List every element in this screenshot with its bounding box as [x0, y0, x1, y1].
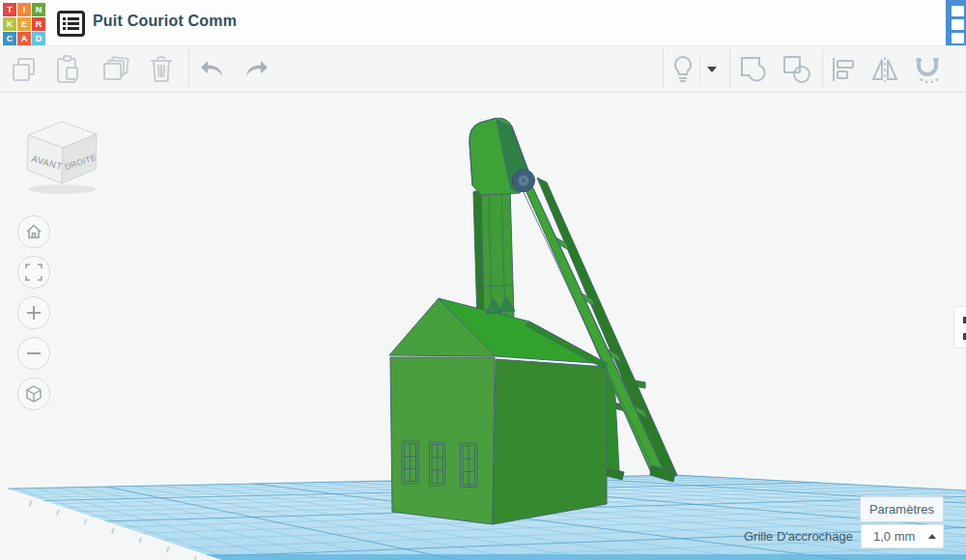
tinkercad-logo[interactable]: T I N K E R C A D	[3, 3, 47, 45]
snap-grid-value: 1,0 mm	[873, 529, 915, 544]
window	[461, 443, 478, 488]
logo-tile: R	[32, 17, 45, 31]
caret-up-icon	[928, 534, 936, 539]
panel-square	[952, 6, 964, 16]
redo-icon[interactable]	[240, 53, 272, 86]
align-icon[interactable]	[827, 53, 860, 86]
logo-tile: I	[17, 3, 31, 16]
viewcube-shadow	[28, 184, 96, 194]
group-icon[interactable]	[737, 53, 770, 86]
view-cube[interactable]: AVANT DROITE	[15, 108, 108, 201]
panel-square	[952, 33, 964, 43]
logo-tile: A	[17, 32, 31, 45]
lightbulb-icon[interactable]	[667, 53, 699, 86]
toolbar-separator	[699, 54, 700, 83]
shapes-panel-collapsed[interactable]	[946, 0, 966, 45]
sheave-wheel	[513, 170, 535, 192]
view-controls	[17, 215, 50, 410]
toolbar-separator	[729, 49, 730, 88]
window	[430, 442, 446, 486]
main-toolbar	[0, 46, 966, 93]
fit-view-icon[interactable]	[17, 256, 50, 289]
copy-icon[interactable]	[8, 53, 41, 86]
ungroup-icon[interactable]	[781, 53, 813, 86]
undo-icon[interactable]	[196, 53, 229, 86]
duplicate-icon[interactable]	[99, 53, 132, 86]
zoom-out-icon[interactable]	[17, 337, 50, 370]
app-header: T I N K E R C A D Puit Couriot Comm	[0, 0, 966, 46]
logo-tile: E	[17, 17, 31, 31]
perspective-icon[interactable]	[17, 378, 50, 410]
snap-grid-control: Grille D'accrochage 1,0 mm	[744, 524, 944, 548]
house	[389, 297, 608, 524]
toolbar-separator	[663, 49, 664, 88]
model-headframe[interactable]	[389, 118, 677, 524]
zoom-in-icon[interactable]	[17, 296, 50, 329]
toolbar-separator	[188, 49, 189, 88]
panel-square	[952, 19, 964, 30]
mirror-icon[interactable]	[868, 53, 901, 86]
paste-icon[interactable]	[51, 53, 84, 86]
home-icon[interactable]	[17, 215, 50, 248]
snap-grid-select[interactable]: 1,0 mm	[861, 524, 944, 548]
toolbar-separator	[822, 49, 823, 88]
grid-near-edge	[205, 554, 966, 560]
clipped-right-panel[interactable]	[953, 306, 966, 349]
logo-tile: C	[3, 32, 16, 45]
logo-tile: K	[3, 17, 16, 31]
settings-button[interactable]: Paramètres	[860, 496, 944, 522]
logo-tile: D	[32, 32, 45, 45]
page-title: Puit Couriot Comm	[93, 13, 237, 30]
logo-tile: T	[3, 3, 16, 16]
snap-grid-label: Grille D'accrochage	[744, 529, 853, 544]
logo-tile: N	[32, 3, 45, 16]
window	[402, 441, 418, 484]
dropdown-caret-icon[interactable]	[701, 53, 723, 86]
trash-icon[interactable]	[145, 53, 178, 86]
design-menu-icon[interactable]	[57, 11, 85, 37]
magnet-icon[interactable]	[912, 53, 945, 86]
